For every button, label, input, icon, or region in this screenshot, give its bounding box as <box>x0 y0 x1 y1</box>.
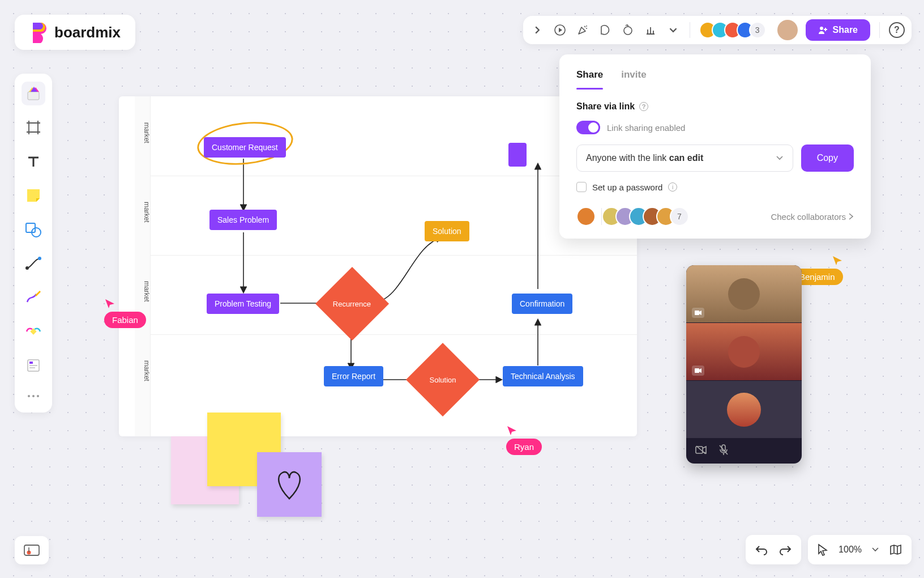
toggle-label: Link sharing enabled <box>607 123 685 133</box>
node-hidden[interactable] <box>508 143 527 167</box>
svg-rect-16 <box>695 368 699 373</box>
svg-point-7 <box>38 257 41 260</box>
help-icon[interactable]: ? <box>889 22 905 38</box>
lane-label: market <box>135 202 151 223</box>
info-icon[interactable]: i <box>668 182 677 192</box>
lane-label: market <box>135 122 151 143</box>
timer-icon[interactable] <box>621 23 635 37</box>
zoom-chevron-icon[interactable] <box>872 546 879 553</box>
chevron-down-icon <box>776 154 784 162</box>
svg-rect-3 <box>28 92 39 100</box>
node-confirmation[interactable]: Confirmation <box>512 294 572 314</box>
node-problem-testing[interactable]: Problem Testing <box>207 294 279 314</box>
svg-rect-12 <box>29 367 35 368</box>
celebrate-icon[interactable] <box>575 23 590 37</box>
cursor-ryan: Ryan <box>506 425 542 455</box>
app-logo-card[interactable]: boardmix <box>15 15 135 50</box>
svg-rect-15 <box>695 311 699 315</box>
pointer-icon[interactable] <box>817 543 828 556</box>
share-subhead: Share via link ? <box>576 101 854 112</box>
svg-point-6 <box>25 266 29 270</box>
video-tile[interactable] <box>686 323 802 381</box>
video-tile[interactable] <box>686 265 802 323</box>
video-controls <box>686 439 802 464</box>
tool-sidebar <box>15 74 52 413</box>
comment-icon[interactable] <box>598 23 613 37</box>
svg-point-1 <box>624 27 632 35</box>
logo-icon <box>29 22 48 43</box>
tool-sticky[interactable] <box>22 184 45 207</box>
video-call-panel[interactable] <box>686 265 802 464</box>
collaborator-avatars[interactable]: 3 <box>699 22 766 39</box>
node-technical-analysis[interactable]: Technical Analysis <box>503 366 583 386</box>
sticky-note-violet[interactable] <box>257 452 322 517</box>
cursor-icon <box>104 298 116 309</box>
tab-share[interactable]: Share <box>576 69 603 88</box>
tool-bracket[interactable] <box>22 320 45 343</box>
check-collaborators-link[interactable]: Check collaborators <box>771 212 854 222</box>
link-sharing-toggle[interactable] <box>576 121 600 134</box>
camera-icon <box>692 366 704 376</box>
node-error-report[interactable]: Error Report <box>324 366 383 386</box>
undo-button[interactable] <box>755 544 768 555</box>
tool-page[interactable] <box>22 354 45 377</box>
tool-templates[interactable] <box>22 82 45 105</box>
svg-rect-4 <box>26 223 35 232</box>
heart-sketch-icon <box>272 465 306 504</box>
node-solution2[interactable]: Solution <box>406 343 480 416</box>
password-checkbox[interactable] <box>576 182 587 192</box>
camera-icon <box>692 308 704 318</box>
bottom-controls: 100% <box>746 535 912 564</box>
copy-link-button[interactable]: Copy <box>801 144 854 172</box>
collab-count: 7 <box>670 207 689 226</box>
zoom-value: 100% <box>839 545 862 555</box>
node-solution[interactable]: Solution <box>425 221 469 241</box>
svg-rect-10 <box>29 362 33 364</box>
node-recurrence[interactable]: Recurrence <box>315 267 389 341</box>
svg-rect-11 <box>29 365 37 366</box>
mic-off-icon[interactable] <box>719 444 728 458</box>
node-sales-problem[interactable]: Sales Problem <box>209 210 277 230</box>
minimap-button[interactable] <box>15 536 49 564</box>
logo-text: boardmix <box>54 24 121 41</box>
avatar-overflow-count: 3 <box>749 22 766 39</box>
top-toolbar: 3 Share ? <box>523 16 912 44</box>
current-user-avatar[interactable] <box>777 20 798 40</box>
share-button[interactable]: Share <box>806 19 870 41</box>
chevron-right-icon <box>848 213 854 220</box>
permission-select[interactable]: Anyone with the link can edit <box>576 144 793 172</box>
tool-more[interactable] <box>22 388 45 405</box>
video-tile[interactable] <box>686 381 802 439</box>
collaborator-list[interactable]: 7 <box>576 207 689 226</box>
info-icon[interactable]: ? <box>639 102 648 111</box>
lane-label: market <box>135 360 151 381</box>
cursor-icon <box>506 425 517 436</box>
map-icon[interactable] <box>889 543 902 556</box>
redo-button[interactable] <box>778 544 792 555</box>
camera-off-icon[interactable] <box>695 445 707 457</box>
tool-frame[interactable] <box>22 116 45 139</box>
cursor-fabian: Fabian <box>104 298 146 328</box>
tool-shape[interactable] <box>22 218 45 241</box>
chevron-down-icon[interactable] <box>666 23 681 37</box>
tool-pen[interactable] <box>22 286 45 309</box>
share-people-icon <box>818 25 828 35</box>
play-icon[interactable] <box>553 23 567 37</box>
cursor-icon <box>832 255 843 266</box>
tool-text[interactable] <box>22 150 45 173</box>
chevron-right-icon[interactable] <box>530 23 545 37</box>
password-label: Set up a password <box>592 182 662 192</box>
share-panel: Share invite Share via link ? Link shari… <box>559 54 871 239</box>
tab-invite[interactable]: invite <box>621 69 646 88</box>
tool-connector[interactable] <box>22 252 45 275</box>
node-customer-request[interactable]: Customer Request <box>204 137 286 158</box>
svg-point-2 <box>820 27 823 30</box>
svg-rect-13 <box>24 545 39 555</box>
chart-icon[interactable] <box>643 23 658 37</box>
